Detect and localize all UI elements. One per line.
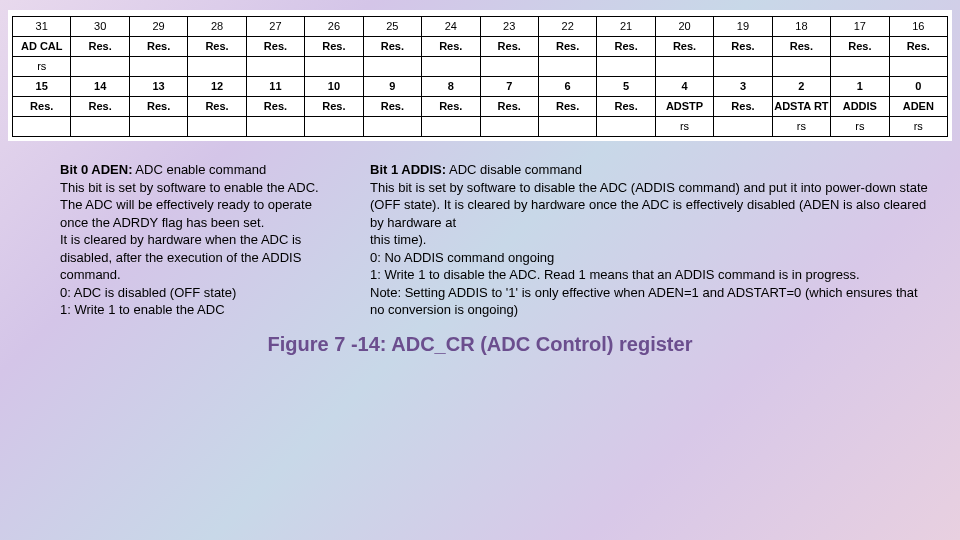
table-cell: Res. xyxy=(422,37,480,57)
table-cell: Res. xyxy=(363,97,421,117)
table-cell xyxy=(889,57,947,77)
bit0-body: This bit is set by software to enable th… xyxy=(60,180,319,318)
table-cell: ADSTP xyxy=(655,97,713,117)
rw-high-row: rs xyxy=(13,57,948,77)
table-cell xyxy=(538,57,596,77)
table-cell: Res. xyxy=(305,97,363,117)
table-cell xyxy=(71,57,129,77)
table-cell: 10 xyxy=(305,77,363,97)
table-cell xyxy=(655,57,713,77)
table-cell: Res. xyxy=(246,97,304,117)
table-cell: 30 xyxy=(71,17,129,37)
table-cell: ADDIS xyxy=(831,97,889,117)
table-cell xyxy=(714,117,772,137)
bit0-title: Bit 0 ADEN: xyxy=(60,162,132,177)
figure-caption: Figure 7 -14: ADC_CR (ADC Control) regis… xyxy=(0,333,960,356)
table-cell: 4 xyxy=(655,77,713,97)
bit0-description: Bit 0 ADEN: ADC enable command This bit … xyxy=(60,161,340,319)
table-cell xyxy=(129,57,187,77)
table-cell: 20 xyxy=(655,17,713,37)
bit1-body: This bit is set by software to disable t… xyxy=(370,180,928,318)
table-cell xyxy=(422,117,480,137)
table-cell xyxy=(480,117,538,137)
bit1-description: Bit 1 ADDIS: ADC disable command This bi… xyxy=(370,161,930,319)
table-cell: 13 xyxy=(129,77,187,97)
table-cell: Res. xyxy=(305,37,363,57)
table-cell: 3 xyxy=(714,77,772,97)
table-cell: Res. xyxy=(246,37,304,57)
table-cell xyxy=(714,57,772,77)
table-cell xyxy=(538,117,596,137)
table-cell: 24 xyxy=(422,17,480,37)
table-cell xyxy=(246,117,304,137)
table-cell: 18 xyxy=(772,17,830,37)
table-cell xyxy=(597,117,655,137)
table-cell xyxy=(71,117,129,137)
table-cell: 15 xyxy=(13,77,71,97)
table-cell: 6 xyxy=(538,77,596,97)
table-cell: rs xyxy=(772,117,830,137)
table-cell: Res. xyxy=(538,37,596,57)
table-cell xyxy=(772,57,830,77)
table-cell: 12 xyxy=(188,77,246,97)
table-cell: Res. xyxy=(71,37,129,57)
table-cell: Res. xyxy=(480,97,538,117)
table-cell: Res. xyxy=(188,37,246,57)
table-cell: Res. xyxy=(714,97,772,117)
table-cell: 17 xyxy=(831,17,889,37)
table-cell: Res. xyxy=(714,37,772,57)
table-cell xyxy=(363,117,421,137)
table-cell: 31 xyxy=(13,17,71,37)
table-cell: Res. xyxy=(129,37,187,57)
table-cell xyxy=(422,57,480,77)
table-cell: 5 xyxy=(597,77,655,97)
register-table-container: 31302928272625242322212019181716 AD CALR… xyxy=(8,10,952,141)
table-cell: Res. xyxy=(129,97,187,117)
table-cell: Res. xyxy=(889,37,947,57)
table-cell xyxy=(305,57,363,77)
labels-low-row: Res.Res.Res.Res.Res.Res.Res.Res.Res.Res.… xyxy=(13,97,948,117)
table-cell: 11 xyxy=(246,77,304,97)
table-cell: Res. xyxy=(597,37,655,57)
table-cell: Res. xyxy=(597,97,655,117)
table-cell: 7 xyxy=(480,77,538,97)
bit1-title-rest: ADC disable command xyxy=(446,162,582,177)
table-cell: 0 xyxy=(889,77,947,97)
table-cell: rs xyxy=(13,57,71,77)
table-cell: Res. xyxy=(655,37,713,57)
table-cell xyxy=(13,117,71,137)
table-cell: 23 xyxy=(480,17,538,37)
table-cell: Res. xyxy=(831,37,889,57)
table-cell: 8 xyxy=(422,77,480,97)
table-cell xyxy=(188,57,246,77)
table-cell: 9 xyxy=(363,77,421,97)
table-cell: Res. xyxy=(188,97,246,117)
table-cell: AD CAL xyxy=(13,37,71,57)
rw-low-row: rsrsrsrs xyxy=(13,117,948,137)
table-cell: 28 xyxy=(188,17,246,37)
table-cell: 16 xyxy=(889,17,947,37)
register-bit-table: 31302928272625242322212019181716 AD CALR… xyxy=(12,16,948,137)
table-cell: Res. xyxy=(480,37,538,57)
description-row: Bit 0 ADEN: ADC enable command This bit … xyxy=(60,161,930,319)
table-cell: 19 xyxy=(714,17,772,37)
table-cell: rs xyxy=(831,117,889,137)
table-cell xyxy=(480,57,538,77)
table-cell: Res. xyxy=(538,97,596,117)
table-cell: ADEN xyxy=(889,97,947,117)
table-cell xyxy=(305,117,363,137)
bit1-title: Bit 1 ADDIS: xyxy=(370,162,446,177)
table-cell: 21 xyxy=(597,17,655,37)
table-cell xyxy=(597,57,655,77)
table-cell: Res. xyxy=(422,97,480,117)
bit0-title-rest: ADC enable command xyxy=(132,162,266,177)
table-cell: 14 xyxy=(71,77,129,97)
table-cell: Res. xyxy=(71,97,129,117)
table-cell: rs xyxy=(889,117,947,137)
table-cell: Res. xyxy=(363,37,421,57)
table-cell: 29 xyxy=(129,17,187,37)
table-cell xyxy=(363,57,421,77)
table-cell: 25 xyxy=(363,17,421,37)
table-cell xyxy=(129,117,187,137)
table-cell: 26 xyxy=(305,17,363,37)
